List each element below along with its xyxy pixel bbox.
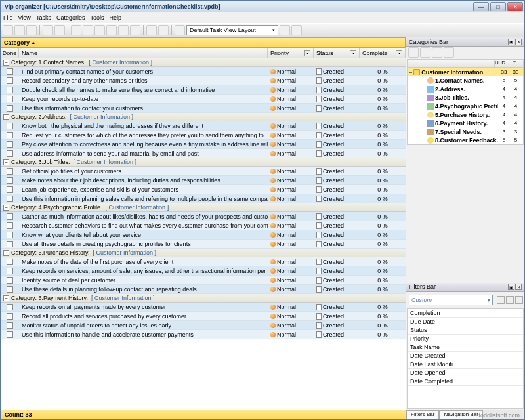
done-checkbox[interactable]	[7, 186, 13, 193]
layout-combo[interactable]: Default Task View Layout▾	[186, 25, 278, 35]
collapse-icon[interactable]: −	[3, 295, 9, 301]
col-done[interactable]: Done	[1, 48, 19, 58]
tree-node[interactable]: 1.Contact Names.55	[408, 76, 523, 85]
panel-close-icon[interactable]: ✕	[515, 284, 522, 290]
task-group-header[interactable]: −Category: 4.Psychographic Profile. [ Cu…	[1, 203, 406, 212]
done-checkbox[interactable]	[7, 141, 13, 148]
filter-button[interactable]	[515, 296, 523, 304]
task-row[interactable]: Request your customers for which of the …	[1, 131, 406, 140]
toolbar-button[interactable]	[146, 25, 157, 35]
task-row[interactable]: Find out primary contact names of your c…	[1, 67, 406, 76]
tab-navigation[interactable]: Navigation Bar	[439, 410, 482, 419]
done-checkbox[interactable]	[7, 87, 13, 93]
task-group-header[interactable]: −Category: 2.Address. [ Customer Informa…	[1, 113, 406, 121]
toolbar-button[interactable]	[106, 25, 117, 35]
done-checkbox[interactable]	[7, 222, 13, 229]
filter-item[interactable]: Date Last Modifi	[408, 360, 523, 369]
task-row[interactable]: Monitor status of unpaid orders to detec…	[1, 321, 406, 330]
collapse-icon[interactable]: −	[3, 60, 9, 66]
task-row[interactable]: Use this information to handle and accel…	[1, 330, 406, 339]
task-group-header[interactable]: −Category: 3.Job Titles. [ Customer Info…	[1, 158, 406, 167]
tab-filters[interactable]: Filters Bar	[406, 410, 439, 419]
collapse-icon[interactable]: −	[3, 250, 9, 256]
done-checkbox[interactable]	[7, 313, 13, 320]
task-row[interactable]: Gather as much information about likes/d…	[1, 212, 406, 221]
panel-pin-icon[interactable]: ▣	[508, 39, 514, 45]
done-checkbox[interactable]	[7, 232, 13, 238]
task-group-header[interactable]: −Category: 1.Contact Names. [ Customer I…	[1, 58, 406, 67]
filter-item[interactable]: Date Opened	[408, 369, 523, 377]
close-button[interactable]: ✕	[507, 2, 523, 11]
toolbar-button[interactable]	[83, 25, 93, 35]
done-checkbox[interactable]	[7, 77, 13, 84]
col-priority[interactable]: Priority▾	[268, 48, 314, 58]
filter-button[interactable]	[506, 296, 514, 304]
done-checkbox[interactable]	[7, 331, 13, 338]
tree-node[interactable]: 7.Special Needs.33	[408, 127, 523, 136]
toolbar-button[interactable]	[118, 25, 129, 35]
task-row[interactable]: Make notes of the date of the first purc…	[1, 257, 406, 266]
toolbar-button[interactable]	[158, 25, 169, 35]
toolbar-button[interactable]	[130, 25, 140, 35]
panel-pin-icon[interactable]: ▣	[508, 284, 514, 290]
task-row[interactable]: Make notes about their job descriptions,…	[1, 176, 406, 185]
done-checkbox[interactable]	[7, 177, 13, 184]
filter-item[interactable]: Priority	[408, 335, 523, 343]
toolbar-button[interactable]	[444, 47, 454, 58]
tree-node[interactable]: 2.Address.44	[408, 85, 523, 93]
tree-node[interactable]: 8.Customer Feedback.55	[408, 136, 523, 144]
done-checkbox[interactable]	[7, 268, 13, 274]
tree-node[interactable]: 5.Purchase History.44	[408, 110, 523, 119]
toolbar-button[interactable]	[408, 47, 419, 58]
maximize-button[interactable]: □	[490, 2, 506, 11]
col-name[interactable]: Name	[19, 48, 268, 58]
toolbar-button[interactable]	[432, 47, 442, 58]
filter-item[interactable]: Status	[408, 326, 523, 335]
done-checkbox[interactable]	[7, 241, 13, 247]
filter-item[interactable]: Date Created	[408, 352, 523, 360]
toolbar-button[interactable]	[420, 47, 430, 58]
task-row[interactable]: Keep records on services, amount of sale…	[1, 266, 406, 276]
menu-help[interactable]: Help	[109, 14, 121, 21]
done-checkbox[interactable]	[7, 105, 13, 112]
toolbar-button[interactable]	[26, 25, 37, 35]
menu-categories[interactable]: Categories	[56, 14, 85, 21]
task-row[interactable]: Use address information to send your ad …	[1, 149, 406, 158]
task-row[interactable]: Get official job titles of your customer…	[1, 167, 406, 176]
done-checkbox[interactable]	[7, 286, 13, 293]
toolbar-button[interactable]	[280, 25, 290, 35]
done-checkbox[interactable]	[7, 213, 13, 220]
col-complete[interactable]: Complete▾	[360, 48, 406, 58]
task-row[interactable]: Research customer behaviors to find out …	[1, 221, 406, 230]
toolbar-button[interactable]	[14, 25, 25, 35]
category-group-header[interactable]: Category▴	[1, 37, 406, 48]
collapse-icon[interactable]: −	[3, 114, 9, 120]
filter-button[interactable]	[497, 296, 505, 304]
toolbar-button[interactable]	[71, 25, 81, 35]
toolbar-button[interactable]	[43, 25, 53, 35]
collapse-icon[interactable]: −	[3, 205, 9, 211]
menu-tasks[interactable]: Tasks	[36, 14, 51, 21]
task-row[interactable]: Record all products and services purchas…	[1, 312, 406, 321]
task-row[interactable]: Pay close attention to correctness and s…	[1, 140, 406, 149]
task-row[interactable]: Record secondary and any other names or …	[1, 76, 406, 85]
done-checkbox[interactable]	[7, 168, 13, 175]
filter-item[interactable]: Task Name	[408, 343, 523, 352]
task-row[interactable]: Know what your clients tell about your s…	[1, 230, 406, 240]
filter-combo[interactable]: Custom▾	[409, 295, 493, 305]
toolbar-button[interactable]	[291, 25, 302, 35]
collapse-icon[interactable]: −	[409, 69, 412, 75]
filter-item[interactable]: Date Completed	[408, 377, 523, 386]
filter-item[interactable]: Due Date	[408, 318, 523, 326]
menu-tools[interactable]: Tools	[90, 14, 104, 21]
task-group-header[interactable]: −Category: 5.Purchase History. [ Custome…	[1, 249, 406, 257]
task-row[interactable]: Keep records on all payments made by eve…	[1, 303, 406, 312]
toolbar-button[interactable]	[94, 25, 105, 35]
done-checkbox[interactable]	[7, 132, 13, 138]
task-group-header[interactable]: −Category: 6.Payment History. [ Customer…	[1, 294, 406, 303]
task-row[interactable]: Use these details in planning follow-up …	[1, 285, 406, 294]
done-checkbox[interactable]	[7, 304, 13, 310]
done-checkbox[interactable]	[7, 277, 13, 284]
done-checkbox[interactable]	[7, 68, 13, 75]
toolbar-button[interactable]	[3, 25, 13, 35]
